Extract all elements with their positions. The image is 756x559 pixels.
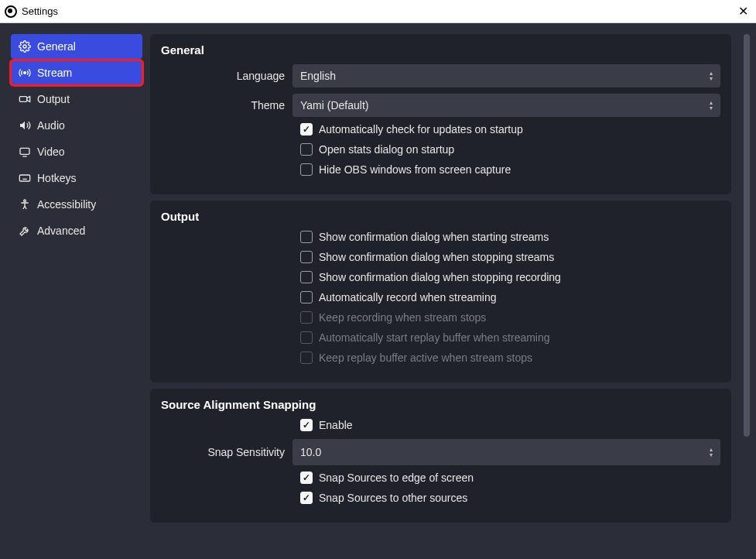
checkbox-confirm-start[interactable]	[300, 231, 313, 243]
svg-rect-2	[19, 97, 26, 102]
checkbox-confirm-stop[interactable]	[300, 251, 313, 263]
section-snapping: Source Alignment Snapping Enable Snap Se…	[150, 389, 731, 523]
language-value: English	[300, 70, 336, 82]
sidebar-label: Output	[37, 93, 70, 105]
svg-point-5	[24, 200, 26, 202]
checkbox-label: Automatically check for updates on start…	[319, 123, 523, 135]
checkbox-autoreplay	[300, 331, 313, 344]
checkbox-snap-other[interactable]	[300, 492, 313, 504]
checkbox-label: Automatically record when streaming	[319, 291, 497, 304]
monitor-icon	[19, 146, 31, 158]
language-label: Language	[161, 70, 292, 82]
sidebar-item-advanced[interactable]: Advanced	[11, 218, 142, 243]
section-title-snapping: Source Alignment Snapping	[161, 398, 720, 411]
checkbox-keepreplay	[300, 352, 313, 364]
select-arrows-icon: ▴▾	[710, 70, 713, 81]
snap-sensitivity-value: 10.0	[300, 446, 321, 458]
checkbox-hideobs[interactable]	[300, 163, 313, 176]
title-bar: Settings ✕	[0, 0, 756, 23]
sidebar-item-video[interactable]: Video	[11, 139, 142, 164]
scrollbar-thumb[interactable]	[744, 34, 750, 437]
sidebar-item-accessibility[interactable]: Accessibility	[11, 192, 142, 217]
svg-point-1	[24, 72, 26, 74]
section-general: General Language English ▴▾ Theme Yami (…	[150, 34, 731, 194]
checkbox-label: Snap Sources to other sources	[319, 492, 467, 504]
snap-sensitivity-input[interactable]: 10.0 ▴▾	[292, 439, 720, 465]
checkbox-label: Open stats dialog on startup	[319, 143, 454, 156]
checkbox-label: Hide OBS windows from screen capture	[319, 163, 511, 176]
app-icon	[5, 5, 17, 18]
spinner-arrows-icon: ▴▾	[710, 447, 713, 458]
sidebar-label: General	[37, 40, 76, 53]
theme-select[interactable]: Yami (Default) ▴▾	[292, 94, 720, 117]
svg-point-0	[23, 45, 26, 48]
close-button[interactable]: ✕	[738, 4, 748, 19]
gear-icon	[19, 40, 31, 53]
main-panel: General Language English ▴▾ Theme Yami (…	[150, 34, 736, 548]
checkbox-snap-enable[interactable]	[300, 419, 313, 431]
content-area: General Stream Output Audio Video Hotkey…	[0, 23, 756, 559]
sidebar-label: Advanced	[37, 225, 85, 237]
checkbox-label: Enable	[319, 419, 353, 431]
checkbox-label: Keep replay buffer active when stream st…	[319, 352, 532, 364]
checkbox-stats[interactable]	[300, 143, 313, 156]
sidebar-item-general[interactable]: General	[11, 34, 142, 59]
checkbox-snap-edge[interactable]	[300, 472, 313, 484]
checkbox-label: Automatically start replay buffer when s…	[319, 331, 550, 344]
checkbox-autorec[interactable]	[300, 291, 313, 304]
tools-icon	[19, 225, 31, 237]
checkbox-updates[interactable]	[300, 123, 313, 135]
select-arrows-icon: ▴▾	[710, 100, 713, 111]
sidebar-item-output[interactable]: Output	[11, 87, 142, 111]
checkbox-label: Snap Sources to edge of screen	[319, 472, 474, 484]
snap-sensitivity-label: Snap Sensitivity	[161, 446, 292, 458]
checkbox-label: Show confirmation dialog when stopping s…	[319, 251, 554, 263]
checkbox-keeprec	[300, 311, 313, 324]
checkbox-label: Show confirmation dialog when stopping r…	[319, 271, 561, 283]
section-title-output: Output	[161, 210, 720, 223]
theme-value: Yami (Default)	[300, 99, 368, 111]
language-select[interactable]: English ▴▾	[292, 64, 720, 87]
sidebar-label: Stream	[37, 67, 72, 79]
sidebar-label: Video	[37, 146, 65, 158]
sidebar: General Stream Output Audio Video Hotkey…	[11, 34, 142, 548]
checkbox-confirm-stoprec[interactable]	[300, 271, 313, 283]
antenna-icon	[19, 67, 31, 79]
sidebar-label: Hotkeys	[37, 172, 77, 184]
theme-label: Theme	[161, 99, 292, 111]
checkbox-label: Show confirmation dialog when starting s…	[319, 231, 549, 243]
sidebar-item-audio[interactable]: Audio	[11, 113, 142, 138]
sidebar-item-hotkeys[interactable]: Hotkeys	[11, 166, 142, 190]
scrollbar-track[interactable]	[744, 34, 750, 548]
svg-rect-3	[20, 148, 29, 154]
sidebar-item-stream[interactable]: Stream	[11, 60, 142, 85]
sidebar-label: Audio	[37, 119, 65, 132]
person-icon	[19, 198, 31, 211]
sidebar-label: Accessibility	[37, 198, 96, 211]
keyboard-icon	[19, 172, 31, 184]
section-title-general: General	[161, 43, 720, 57]
section-output: Output Show confirmation dialog when sta…	[150, 201, 731, 382]
camera-icon	[19, 93, 31, 105]
checkbox-label: Keep recording when stream stops	[319, 311, 486, 324]
svg-rect-4	[19, 175, 29, 181]
window-title: Settings	[22, 5, 58, 17]
speaker-icon	[19, 119, 31, 132]
